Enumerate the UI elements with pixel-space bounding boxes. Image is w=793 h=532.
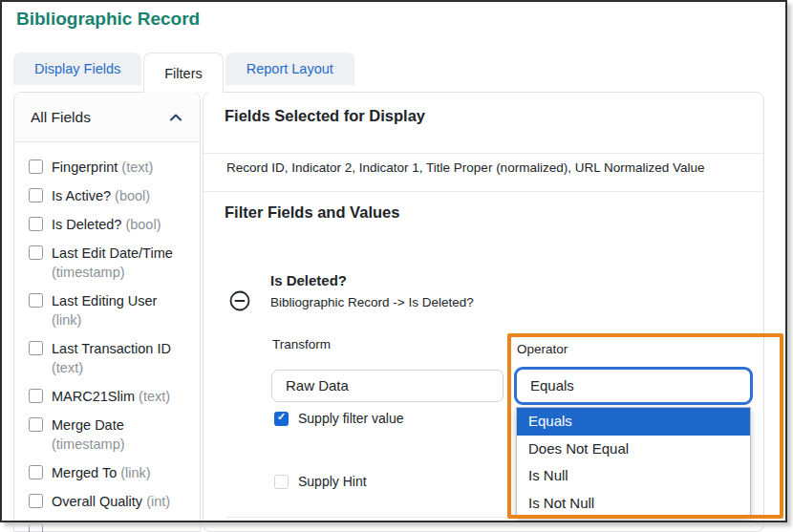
field-label: Last Transaction ID(text) [52, 339, 171, 377]
field-label: Merged To (link) [52, 463, 151, 482]
supply-hint-checkbox[interactable] [274, 475, 289, 489]
tab-report-layout[interactable]: Report Layout [225, 53, 354, 85]
filter-field-name: Is Deleted? [270, 272, 347, 288]
tab-bar: Display Fields Filters Report Layout [13, 53, 354, 93]
field-item[interactable]: Merged To (link) [29, 463, 190, 482]
supply-filter-value-checkbox[interactable] [274, 412, 289, 426]
divider [204, 191, 763, 192]
field-label: MARC21Slim (text) [52, 387, 170, 406]
field-label: Overall Quality (int) [52, 492, 170, 511]
field-item[interactable]: Fingerprint (text) [29, 158, 190, 177]
field-type: (link) [52, 310, 157, 330]
field-checkbox[interactable] [29, 389, 43, 403]
field-type: (link) [120, 465, 150, 480]
field-type: (timestamp) [52, 435, 125, 454]
supply-hint-row[interactable]: Supply Hint [274, 474, 367, 489]
field-label: Is Active? (bool) [52, 186, 150, 205]
field-checkbox[interactable] [29, 188, 43, 202]
minus-circle-icon[interactable] [228, 289, 251, 312]
field-item[interactable]: Merge Date(timestamp) [29, 415, 190, 454]
field-checkbox[interactable] [29, 293, 43, 308]
operator-option[interactable]: Does Not Equal [517, 436, 750, 463]
field-checkbox[interactable] [29, 465, 43, 479]
field-checkbox[interactable] [29, 494, 43, 508]
field-type: (bool) [115, 188, 150, 203]
page-title: Bibliographic Record [16, 9, 200, 30]
field-item[interactable]: Overall Quality (int) [29, 492, 190, 511]
field-checkbox[interactable] [29, 341, 43, 355]
field-label: Fingerprint (text) [52, 158, 153, 177]
field-item[interactable]: Is Active? (bool) [29, 186, 190, 205]
transform-label: Transform [272, 337, 331, 351]
operator-option[interactable]: Is Null [517, 462, 750, 490]
field-item[interactable]: Last Edit Date/Time(timestamp) [29, 244, 190, 282]
operator-select[interactable]: Equals [514, 367, 753, 405]
display-section-heading: Fields Selected for Display [225, 107, 425, 125]
field-item[interactable]: Is Deleted? (bool) [29, 215, 190, 234]
field-label: Last Editing User(link) [52, 291, 157, 330]
operator-option[interactable]: Is Not Null [517, 490, 750, 518]
field-type: (timestamp) [52, 263, 173, 282]
field-list: Fingerprint (text)Is Active? (bool)Is De… [14, 142, 200, 511]
selected-fields-summary: Record ID, Indicator 2, Indicator 1, Tit… [226, 160, 750, 175]
filter-section-heading: Filter Fields and Values [225, 203, 399, 222]
field-type: (text) [52, 358, 171, 377]
field-label: Merge Date(timestamp) [52, 415, 125, 454]
chevron-up-icon[interactable] [168, 110, 183, 125]
field-item[interactable]: Last Editing User(link) [29, 291, 190, 330]
divider [204, 153, 763, 154]
supply-hint-label: Supply Hint [298, 474, 367, 489]
operator-option[interactable]: Equals [517, 408, 750, 436]
supply-filter-value-label: Supply filter value [298, 411, 404, 426]
all-fields-header[interactable]: All Fields [14, 93, 200, 142]
filter-field-path: Bibliographic Record -> Is Deleted? [270, 295, 474, 309]
tab-display-fields[interactable]: Display Fields [13, 53, 141, 85]
field-type: (text) [139, 389, 170, 404]
transform-select[interactable]: Raw Data [271, 370, 504, 402]
field-type: (int) [146, 494, 170, 509]
field-checkbox[interactable] [29, 417, 43, 432]
report-editor-window: Bibliographic Record Display Fields Filt… [0, 0, 793, 532]
field-item[interactable]: MARC21Slim (text) [29, 387, 190, 406]
field-type: (text) [121, 160, 153, 175]
operator-label: Operator [517, 342, 568, 356]
all-fields-panel: All Fields Fingerprint (text)Is Active? … [13, 92, 201, 532]
field-checkbox[interactable] [29, 217, 43, 231]
field-label: Last Edit Date/Time(timestamp) [52, 244, 173, 282]
all-fields-label: All Fields [31, 109, 91, 126]
field-label: Is Deleted? (bool) [52, 215, 161, 234]
field-item[interactable]: Last Transaction ID(text) [29, 339, 190, 377]
partial-field-checkbox[interactable] [29, 523, 43, 532]
field-checkbox[interactable] [29, 245, 43, 260]
operator-dropdown: EqualsDoes Not EqualIs NullIs Not Null [516, 407, 751, 518]
field-type: (bool) [125, 217, 161, 232]
tab-filters[interactable]: Filters [143, 53, 223, 93]
field-checkbox[interactable] [29, 160, 43, 174]
supply-filter-value-row[interactable]: Supply filter value [274, 411, 404, 426]
